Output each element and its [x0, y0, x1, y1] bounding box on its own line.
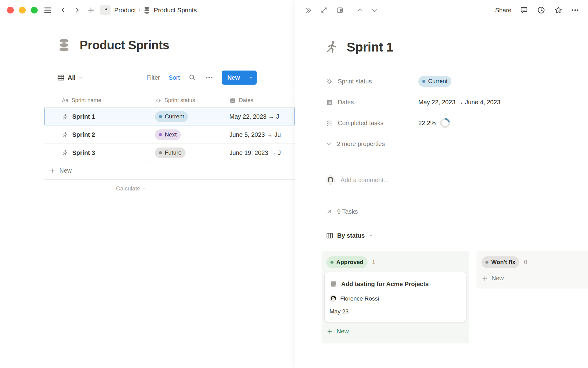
- breadcrumb-product-sprints[interactable]: Product Sprints: [154, 6, 197, 14]
- property-label-text: Completed tasks: [338, 120, 383, 127]
- updates-clock-icon[interactable]: [537, 6, 546, 15]
- column-count: 0: [524, 259, 527, 266]
- property-row-sprint-status: Sprint status Current: [326, 75, 500, 88]
- checklist-property-icon: [326, 120, 333, 127]
- status-dot: [159, 133, 162, 136]
- column-header-dates[interactable]: Dates: [226, 93, 295, 107]
- dates-value: May 22, 2023 → J: [229, 113, 279, 120]
- runner-icon[interactable]: [325, 40, 339, 55]
- sprint-name-cell[interactable]: Sprint 1: [44, 108, 150, 125]
- status-dot: [485, 261, 488, 264]
- table-row-sprint-1[interactable]: Sprint 1 Current May 22, 2023 → J: [44, 108, 295, 126]
- side-peek-mode-icon[interactable]: [336, 6, 344, 14]
- chevron-down-icon: [78, 75, 83, 80]
- tasks-backlink[interactable]: 9 Tasks: [326, 205, 358, 218]
- property-value[interactable]: 22.2%: [418, 118, 450, 128]
- board-new-card-button[interactable]: New: [478, 273, 588, 284]
- table-row-sprint-3[interactable]: Sprint 3 Future June 19, 2023 → J: [44, 144, 295, 162]
- zoom-window-button[interactable]: [31, 7, 38, 13]
- new-button[interactable]: New: [222, 71, 257, 85]
- sprint-name-cell[interactable]: Sprint 3: [44, 144, 150, 162]
- more-options-icon[interactable]: [205, 73, 213, 82]
- dates-cell[interactable]: June 5, 2023 → Ju: [226, 126, 295, 144]
- dates-cell[interactable]: May 22, 2023 → J: [226, 108, 295, 125]
- plus-icon: [326, 328, 333, 335]
- sprint-name-link[interactable]: Sprint 3: [72, 149, 95, 156]
- next-page-icon[interactable]: [371, 7, 378, 14]
- sidebar-toggle-icon[interactable]: [43, 6, 52, 15]
- close-peek-icon[interactable]: [305, 6, 312, 14]
- dates-value: May 22, 2023 → June 4, 2023: [418, 99, 500, 106]
- close-window-button[interactable]: [7, 7, 14, 13]
- breadcrumb-product[interactable]: Product: [114, 6, 136, 14]
- sprint-name-cell[interactable]: Sprint 2: [44, 126, 150, 144]
- board-view-selector[interactable]: By status: [326, 229, 373, 242]
- forward-icon[interactable]: [74, 6, 81, 14]
- runner-icon: [62, 131, 69, 138]
- board-column-approved: Approved 1 Add testing for Acme Projects…: [322, 251, 469, 343]
- new-button-chevron[interactable]: [245, 71, 257, 85]
- new-tab-icon[interactable]: [87, 6, 95, 14]
- column-label: Sprint name: [71, 97, 101, 104]
- sprint-status-cell[interactable]: Future: [150, 144, 226, 162]
- status-pill: Future: [155, 148, 186, 158]
- dates-value: June 19, 2023 → J: [229, 149, 281, 156]
- status-property-icon: [155, 97, 161, 104]
- property-value[interactable]: May 22, 2023 → June 4, 2023: [418, 99, 500, 106]
- new-row-button[interactable]: New: [44, 162, 295, 180]
- back-icon[interactable]: [60, 6, 66, 14]
- task-card[interactable]: Add testing for Acme Projects Florence R…: [325, 272, 466, 322]
- property-label[interactable]: Completed tasks: [326, 120, 418, 127]
- sprint-name-link[interactable]: Sprint 1: [72, 113, 95, 120]
- more-options-icon[interactable]: [571, 6, 579, 14]
- favorite-star-icon[interactable]: [554, 6, 563, 15]
- expand-page-icon[interactable]: [320, 6, 328, 14]
- minimize-window-button[interactable]: [19, 7, 26, 13]
- status-pill: Next: [155, 129, 181, 140]
- dates-cell[interactable]: June 19, 2023 → J: [226, 144, 295, 162]
- side-peek-panel: Share Sprint 1 Spri: [295, 0, 588, 368]
- property-label[interactable]: Sprint status: [326, 78, 418, 85]
- view-tab-all[interactable]: All: [57, 70, 83, 85]
- sprint-name-link[interactable]: Sprint 2: [72, 131, 95, 138]
- column-count: 1: [372, 259, 375, 266]
- sprint-status-cell[interactable]: Current: [150, 108, 226, 125]
- status-pill: Current: [155, 111, 188, 122]
- breadcrumb-database-icon: [143, 6, 151, 14]
- table-row-sprint-2[interactable]: Sprint 2 Next June 5, 2023 → Ju: [44, 126, 295, 144]
- share-button[interactable]: Share: [495, 7, 511, 14]
- breadcrumb-product-page-icon[interactable]: [100, 5, 111, 15]
- column-header-sprint-name[interactable]: Aa Sprint name: [44, 93, 150, 107]
- chevron-down-icon: [326, 141, 332, 147]
- collection-toolbar: All Filter Sort New: [44, 70, 295, 85]
- new-card-label: New: [492, 275, 504, 282]
- property-row-dates: Dates May 22, 2023 → June 4, 2023: [326, 95, 500, 109]
- sprint-status-cell[interactable]: Next: [150, 126, 226, 144]
- property-list: Sprint status Current Dates May 22, 2023…: [326, 75, 500, 151]
- board-new-card-button[interactable]: New: [323, 326, 467, 337]
- status-dot: [159, 115, 162, 118]
- search-icon[interactable]: [188, 74, 196, 82]
- more-properties-button[interactable]: 2 more properties: [326, 140, 385, 148]
- property-label[interactable]: Dates: [326, 99, 418, 106]
- new-button-label[interactable]: New: [222, 71, 245, 85]
- comment-input[interactable]: [341, 177, 512, 184]
- tasks-backlink-label: 9 Tasks: [337, 208, 358, 215]
- new-card-label: New: [337, 328, 349, 335]
- runner-icon: [62, 149, 69, 156]
- user-avatar: [326, 175, 335, 185]
- comments-icon[interactable]: [519, 6, 529, 15]
- property-value[interactable]: Current: [418, 76, 451, 87]
- sort-button[interactable]: Sort: [168, 74, 180, 81]
- status-dot: [330, 261, 334, 264]
- page-title-text: Product Sprints: [80, 38, 169, 52]
- assignee-name: Florence Rossi: [340, 295, 379, 302]
- previous-page-icon[interactable]: [357, 7, 364, 14]
- plus-icon: [49, 167, 56, 174]
- peek-title-text[interactable]: Sprint 1: [347, 40, 393, 55]
- column-header-sprint-status[interactable]: Sprint status: [150, 93, 226, 107]
- calculate-button[interactable]: Calculate: [44, 180, 150, 197]
- filter-button[interactable]: Filter: [146, 74, 160, 81]
- wont-fix-pill[interactable]: Won't fix: [481, 256, 519, 268]
- approved-pill[interactable]: Approved: [326, 256, 368, 268]
